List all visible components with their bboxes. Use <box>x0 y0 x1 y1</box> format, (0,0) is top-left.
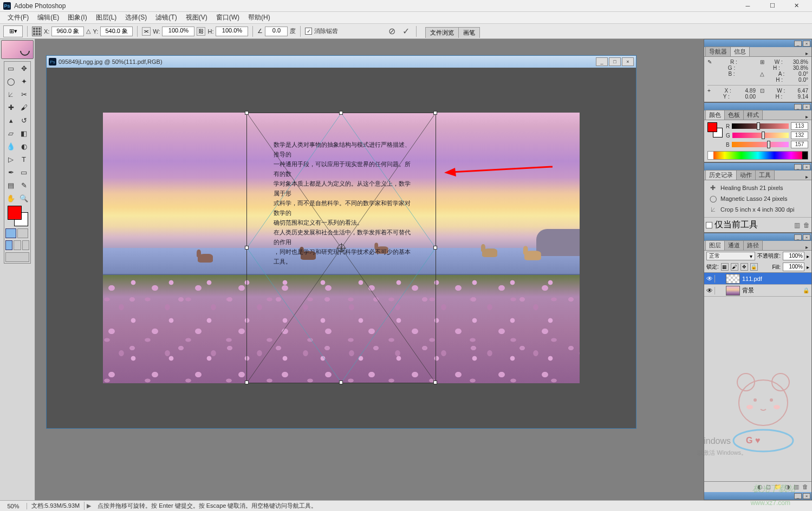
doc-maximize-button[interactable]: □ <box>609 57 621 66</box>
g-value[interactable]: 132 <box>791 132 808 139</box>
standard-mode-button[interactable] <box>5 228 16 238</box>
fg-swatch[interactable] <box>707 122 717 132</box>
lock-all-icon[interactable]: 🔒 <box>750 263 758 271</box>
layer-row[interactable]: 👁 背景 🔒 <box>704 285 811 297</box>
panel-minimize-button[interactable]: _ <box>794 164 802 170</box>
cancel-transform-button[interactable]: ⊘ <box>386 25 398 37</box>
panel-titlebar[interactable]: _ × <box>704 103 811 110</box>
notes-tool-icon[interactable]: ▤ <box>4 179 17 192</box>
panel-menu-icon[interactable]: ▸ <box>802 50 811 56</box>
h-input[interactable]: 100.0% <box>216 27 248 36</box>
b-value[interactable]: 157 <box>791 141 808 148</box>
panel-menu-icon[interactable]: ▸ <box>802 114 811 120</box>
dodge-tool-icon[interactable]: ◐ <box>17 140 30 153</box>
tab-history[interactable]: 历史记录 <box>705 170 737 180</box>
b-slider[interactable] <box>732 142 789 147</box>
tab-styles[interactable]: 样式 <box>743 110 763 120</box>
tab-paths[interactable]: 路径 <box>743 240 763 250</box>
panel-close-button[interactable]: × <box>803 234 810 240</box>
antialias-checkbox[interactable] <box>305 28 312 35</box>
panel-menu-icon[interactable]: ▸ <box>802 244 811 250</box>
menu-edit[interactable]: 编辑(E) <box>33 12 63 23</box>
fill-flyout-icon[interactable]: ▸ <box>807 264 809 270</box>
tab-file-browser[interactable]: 文件浏览 <box>425 27 459 38</box>
r-value[interactable]: 113 <box>791 122 808 130</box>
wand-tool-icon[interactable]: ✦ <box>17 75 30 88</box>
heal-tool-icon[interactable]: ✚ <box>4 101 17 114</box>
aspect-lock-icon[interactable]: ⛓ <box>197 27 205 36</box>
panel-close-button[interactable]: × <box>803 41 810 47</box>
crop-tool-icon[interactable]: ⟀ <box>4 88 17 101</box>
menu-layer[interactable]: 图层(L) <box>92 12 121 23</box>
panel-close-button[interactable]: × <box>803 493 810 499</box>
slice-tool-icon[interactable]: ✂ <box>17 88 30 101</box>
tab-tools[interactable]: 工具 <box>755 170 775 180</box>
tab-channels[interactable]: 通道 <box>724 240 744 250</box>
angle-input[interactable]: 0.0 <box>265 27 288 36</box>
fill-input[interactable]: 100% <box>783 263 804 271</box>
x-input[interactable]: 960.0 象 <box>51 27 84 36</box>
color-ramp[interactable] <box>707 151 808 160</box>
w-input[interactable]: 100.0% <box>162 27 194 36</box>
menu-image[interactable]: 图象(I) <box>63 12 91 23</box>
panel-titlebar[interactable]: _ × <box>704 40 811 47</box>
transform-handle-bc[interactable] <box>339 381 343 384</box>
lock-position-icon[interactable]: ✥ <box>740 263 748 271</box>
layer-name[interactable]: 背景 <box>742 286 803 294</box>
g-slider[interactable] <box>732 133 789 138</box>
layer-thumbnail[interactable] <box>726 274 740 284</box>
trash-icon[interactable]: 🗑 <box>803 221 810 229</box>
visibility-icon[interactable]: 👁 <box>704 275 715 283</box>
close-button[interactable]: ✕ <box>784 1 809 11</box>
opacity-input[interactable]: 100% <box>783 252 804 260</box>
transform-handle-br[interactable] <box>433 381 437 384</box>
image-preview-icon[interactable] <box>1 40 34 59</box>
shape-tool-icon[interactable]: ▭ <box>17 166 30 179</box>
history-item[interactable]: ✚Healing Brush 21 pixels <box>707 182 808 193</box>
tab-actions[interactable]: 动作 <box>736 170 756 180</box>
document-canvas[interactable]: 数学是人类对事物的抽象结构与模式进行严格描述、推导的 一种通用手段，可以应用于现… <box>47 68 636 428</box>
document-titlebar[interactable]: Ps 095849jLngg.jpg @ 50%(111.pdf,RGB) _ … <box>47 56 636 68</box>
eyedropper-tool-icon[interactable]: ✎ <box>17 179 30 192</box>
link-xy-icon[interactable]: △ <box>86 28 90 35</box>
hand-tool-icon[interactable]: ✋ <box>4 192 17 205</box>
screen-mode-2-button[interactable] <box>14 240 21 250</box>
stamp-tool-icon[interactable]: ▴ <box>4 114 17 127</box>
y-input[interactable]: 540.0 象 <box>100 27 133 36</box>
menu-select[interactable]: 选择(S) <box>121 12 151 23</box>
panel-minimize-button[interactable]: _ <box>794 41 802 47</box>
status-menu-icon[interactable]: ▶ <box>87 502 91 509</box>
tab-swatches[interactable]: 色板 <box>724 110 744 120</box>
doc-close-button[interactable]: × <box>622 57 634 66</box>
panel-close-button[interactable]: × <box>803 104 810 110</box>
layer-name[interactable]: 111.pdf <box>742 276 803 282</box>
layer-row[interactable]: 👁 111.pdf <box>704 273 811 285</box>
minimize-button[interactable]: ─ <box>736 1 760 11</box>
panel-menu-icon[interactable]: ▸ <box>802 174 811 180</box>
reference-point-icon[interactable] <box>32 27 42 36</box>
tab-brushes[interactable]: 画笔 <box>458 27 480 38</box>
delete-layer-icon[interactable]: 🗑 <box>802 483 808 490</box>
blur-tool-icon[interactable]: 💧 <box>4 140 17 153</box>
quickmask-mode-button[interactable] <box>17 228 28 238</box>
menu-file[interactable]: 文件(F) <box>3 12 33 23</box>
zoom-level[interactable]: 50% <box>0 503 27 509</box>
move-tool-icon[interactable]: ✥ <box>17 62 30 75</box>
transform-bounding-box[interactable] <box>246 113 436 383</box>
transform-handle-mr[interactable] <box>433 246 437 250</box>
transform-handle-tl[interactable] <box>245 111 249 115</box>
transform-handle-tc[interactable] <box>339 111 343 115</box>
tool-preset-dropdown[interactable]: ⊞▾ <box>3 25 23 37</box>
menu-view[interactable]: 视图(V) <box>181 12 212 23</box>
tab-color[interactable]: 颜色 <box>705 110 725 120</box>
brush-tool-icon[interactable]: 🖌 <box>17 101 30 114</box>
eraser-tool-icon[interactable]: ▱ <box>4 127 17 140</box>
layer-thumbnail[interactable] <box>726 286 740 296</box>
jump-to-button[interactable] <box>5 252 29 262</box>
panel-titlebar[interactable]: _ × <box>704 163 811 171</box>
lock-transparency-icon[interactable]: ▦ <box>721 263 729 271</box>
screen-mode-1-button[interactable] <box>5 240 12 250</box>
r-slider[interactable] <box>732 123 789 129</box>
zoom-tool-icon[interactable]: 🔍 <box>17 192 30 205</box>
opacity-flyout-icon[interactable]: ▸ <box>807 253 809 259</box>
